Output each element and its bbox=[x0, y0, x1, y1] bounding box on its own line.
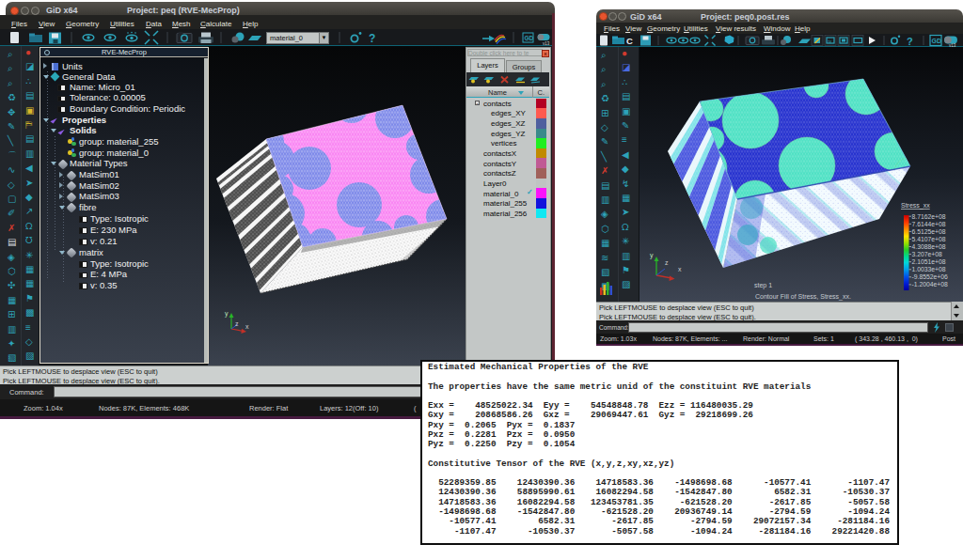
svg-text:x: x bbox=[678, 266, 682, 272]
svg-text:?: ? bbox=[369, 32, 375, 45]
svg-text:Stress_xx: Stress_xx bbox=[901, 202, 930, 210]
svg-text:8.7162e+08: 8.7162e+08 bbox=[912, 213, 946, 220]
svg-text:GD: GD bbox=[525, 35, 534, 41]
svg-text:GD: GD bbox=[932, 38, 942, 44]
svg-text:-1.2004e+08: -1.2004e+08 bbox=[912, 281, 949, 288]
svg-text:z: z bbox=[235, 320, 239, 327]
svg-text:4.3088e+08: 4.3088e+08 bbox=[912, 243, 946, 250]
svg-text:Contour Fill of Stress, Stress: Contour Fill of Stress, Stress_xx. bbox=[755, 293, 851, 301]
svg-text:step 1: step 1 bbox=[754, 282, 772, 289]
svg-text:z: z bbox=[665, 259, 669, 266]
svg-text:7.6144e+08: 7.6144e+08 bbox=[912, 221, 946, 227]
svg-text:C: C bbox=[626, 36, 633, 46]
svg-text:y: y bbox=[225, 310, 229, 318]
svg-text:6.5125e+08: 6.5125e+08 bbox=[912, 228, 946, 235]
svg-text:2.1051e+08: 2.1051e+08 bbox=[912, 258, 946, 265]
svg-text:1.0033e+08: 1.0033e+08 bbox=[912, 266, 946, 272]
svg-text:3.207e+08: 3.207e+08 bbox=[912, 251, 943, 257]
svg-text:x: x bbox=[245, 323, 249, 330]
svg-text:-9.8552e+06: -9.8552e+06 bbox=[912, 273, 949, 280]
svg-text:5.4107e+08: 5.4107e+08 bbox=[912, 236, 946, 242]
svg-text:?: ? bbox=[907, 36, 913, 47]
svg-text:y: y bbox=[650, 252, 654, 259]
